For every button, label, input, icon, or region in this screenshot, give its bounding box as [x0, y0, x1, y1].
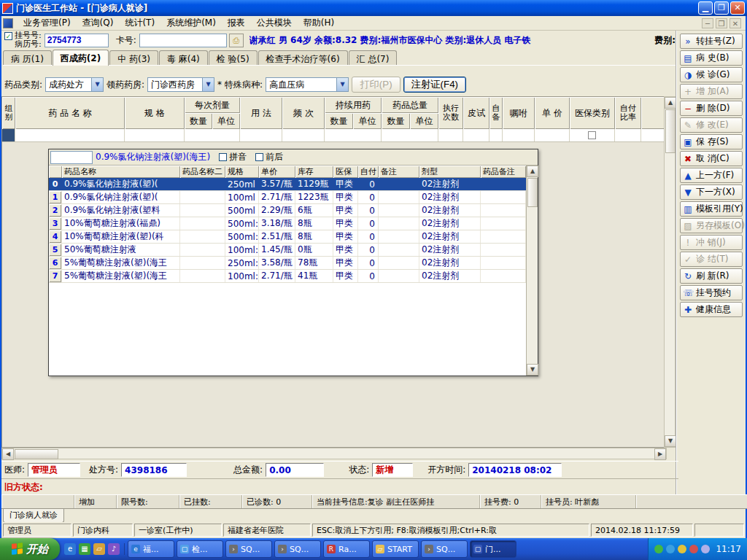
scroll-right-icon[interactable]: ▶ [654, 448, 666, 460]
mdi-close-icon[interactable]: ✕ [729, 18, 741, 28]
drug-row[interactable]: 2 0.9%氯化钠注射液(塑料 500ml 2.29/瓶 6瓶 甲类 0 02注… [49, 204, 526, 217]
media-icon[interactable]: ♪ [108, 543, 120, 555]
start-button[interactable]: 开始 [0, 538, 60, 560]
menu-help[interactable]: 帮助(H) [298, 15, 340, 31]
scroll-up-icon[interactable]: ▲ [527, 166, 538, 177]
tab-chinese-medicine[interactable]: 中 药(3) [109, 50, 158, 65]
task-window-active[interactable]: ▢门... [470, 540, 516, 558]
scroll-up-icon[interactable]: ▲ [665, 97, 676, 109]
minimize-icon[interactable]: ▁ [698, 1, 713, 15]
popup-scrollbar[interactable]: ▲ ▼ [526, 166, 538, 376]
restore-icon[interactable]: ❐ [714, 1, 729, 15]
menu-business[interactable]: 业务管理(P) [18, 15, 77, 31]
mdi-minimize-icon[interactable]: ─ [702, 18, 713, 28]
menu-reports[interactable]: 报表 [222, 15, 251, 31]
save-button[interactable]: ▣保 存(S) [680, 134, 743, 149]
grid-vertical-scrollbar[interactable]: ▲ ▼ [664, 96, 676, 448]
reverse-button[interactable]: !冲 销(J) [680, 235, 743, 250]
task-window[interactable]: ›SQ... [421, 540, 468, 558]
input-method-icon[interactable] [701, 545, 710, 553]
row-checkbox[interactable] [588, 131, 596, 139]
drug-row[interactable]: 4 10%葡萄糖注射液(塑)(科 500ml:5 2.51/瓶 8瓶 甲类 0 … [49, 230, 526, 244]
drug-row[interactable]: 6 5%葡萄糖注射液(塑)(海王 250ml:1 3.58/瓶 78瓶 甲类 0… [49, 257, 526, 270]
modify-button[interactable]: ✎修 改(E) [680, 117, 743, 133]
mdi-restore-icon[interactable]: ❐ [716, 18, 727, 28]
drug-row[interactable]: 1 0.9%氯化钠注射液(塑)( 100ml 2.71/瓶 1223瓶 甲类 0… [49, 191, 526, 204]
frontback-checkbox[interactable] [255, 153, 263, 161]
drug-row[interactable]: 7 5%葡萄糖注射液(塑)(海王 100ml:5 2.71/瓶 41瓶 甲类 0… [49, 270, 526, 283]
pinyin-checkbox[interactable] [219, 153, 227, 161]
task-window[interactable]: ›SQ... [274, 540, 321, 558]
save-template-icon: ▨ [683, 221, 693, 231]
prev-prescription-button[interactable]: ▲上一方(F) [680, 168, 743, 183]
reg-no-input[interactable] [44, 34, 109, 47]
reg-appointment-button[interactable]: ☏挂号预约 [680, 285, 743, 300]
drug-row[interactable]: 5 50%葡萄糖注射液 100ml:5 1.45/瓶 0瓶 甲类 0 02注射剂 [49, 244, 526, 257]
tab-lab-test[interactable]: 检 验(5) [209, 50, 258, 65]
old-rx-status-label: 旧方状态: [4, 482, 43, 492]
scroll-thumb[interactable] [15, 449, 58, 459]
empty-prescription-row[interactable] [2, 129, 667, 142]
history-button[interactable]: ▤病 史(B) [680, 50, 743, 66]
tab-western-medicine[interactable]: 西成药(2) [53, 50, 109, 66]
waiting-button[interactable]: ◑候 诊(G) [680, 67, 743, 82]
special-disease-select[interactable]: 高血压病 ▼ [266, 77, 349, 92]
menu-public-module[interactable]: 公共模块 [251, 15, 298, 31]
drug-row[interactable]: 3 10%葡萄糖注射液(福鼎) 500ml:5 3.18/瓶 8瓶 甲类 0 0… [49, 217, 526, 230]
tab-exam-surgery[interactable]: 检查手术治疗等(6) [258, 50, 348, 65]
ie-icon: e [131, 545, 140, 553]
task-window[interactable]: e福... [128, 540, 174, 558]
tab-narcotics[interactable]: 毒 麻(4) [159, 50, 208, 65]
drug-lookup-popup: 0.9%氯化钠注射液(塑)(海王) 拼音 前后 药品名称 药品名称二 规格 单价… [48, 149, 538, 376]
health-info-button[interactable]: ✚健康信息 [680, 302, 743, 317]
tab-summary[interactable]: 汇 总(7) [349, 50, 398, 65]
drug-class-select[interactable]: 成药处方 ▼ [45, 77, 104, 92]
drug-row[interactable]: 0 0.9%氯化钠注射液(塑)( 250ml 3.57/瓶 1129瓶 甲类 0… [49, 178, 526, 191]
read-card-icon[interactable]: ⎙ [229, 34, 244, 47]
volume-icon[interactable] [678, 545, 686, 553]
scroll-down-icon[interactable]: ▼ [665, 435, 676, 447]
tab-outpatient-visit[interactable]: 门诊病人就诊 [3, 509, 64, 523]
tab-medical-record[interactable]: 病 历(1) [3, 50, 52, 65]
scroll-thumb[interactable] [527, 178, 538, 207]
injection-cert-button[interactable]: 注射证(F4) [403, 77, 466, 93]
pencil-icon: ✎ [683, 120, 693, 131]
task-window[interactable]: ▢检... [177, 540, 223, 558]
menu-statistics[interactable]: 统计(T) [119, 15, 160, 31]
template-quote-button[interactable]: ▥模板引用(Y) [680, 201, 743, 217]
plus-icon: + [683, 87, 693, 97]
menu-maintenance[interactable]: 系统维护(M) [160, 15, 222, 31]
scroll-down-icon[interactable]: ▼ [527, 364, 538, 376]
scroll-left-icon[interactable]: ◀ [2, 448, 14, 460]
grid-horizontal-scrollbar[interactable]: ◀ ▶ [1, 448, 667, 459]
shield-icon[interactable] [654, 545, 663, 553]
menu-query[interactable]: 查询(Q) [77, 15, 120, 31]
drug-list-header: 药品名称 药品名称二 规格 单价 库存 医保 自付 备注 剂型 药品备注 [49, 166, 526, 178]
drug-search-input[interactable] [50, 151, 93, 164]
card-no-input[interactable] [139, 34, 227, 47]
old-rx-row: 旧方状态: [1, 478, 678, 493]
delete-button[interactable]: −删 除(D) [680, 101, 743, 116]
folder-icon[interactable]: ▱ [93, 543, 105, 555]
desktop-icon[interactable]: ▦ [79, 543, 90, 555]
task-window[interactable]: ▱START [372, 540, 419, 558]
reg-no-checkbox[interactable]: ✓ [4, 32, 12, 40]
pharmacy-select[interactable]: 门诊西药房 ▼ [147, 77, 214, 92]
transfer-reg-button[interactable]: »转挂号(Z) [680, 34, 743, 49]
scroll-thumb[interactable] [665, 109, 676, 153]
clock[interactable]: 11:17 [716, 544, 741, 554]
save-template-button[interactable]: ▨另存模板(O) [680, 218, 743, 233]
mdi-child-icon[interactable] [3, 18, 13, 28]
refresh-button[interactable]: ↻刷 新(R) [680, 268, 743, 284]
next-prescription-button[interactable]: ▼下一方(X) [680, 184, 743, 200]
antivirus-icon[interactable] [689, 545, 698, 553]
network-icon[interactable] [666, 545, 675, 553]
close-icon[interactable]: ✕ [730, 1, 745, 15]
finish-visit-button[interactable]: ✓诊 结(T) [680, 252, 743, 267]
ie-icon[interactable]: e [64, 543, 76, 555]
task-window[interactable]: ›SQ... [225, 540, 272, 558]
task-window[interactable]: RRa... [323, 540, 370, 558]
print-button[interactable]: 打印(P) [352, 77, 400, 93]
add-button[interactable]: +增 加(A) [680, 84, 743, 99]
cancel-button[interactable]: ✖取 消(C) [680, 151, 743, 166]
